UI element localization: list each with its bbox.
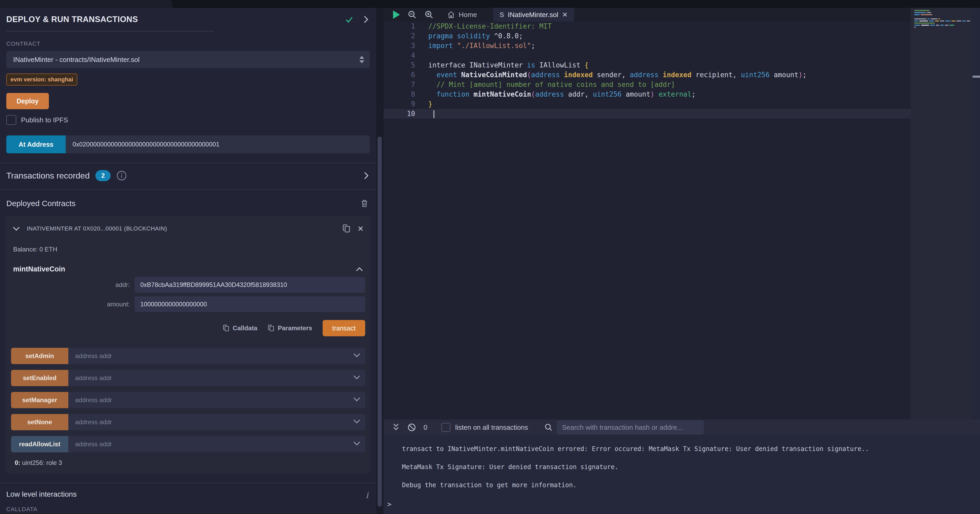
terminal-search-input[interactable] [557, 420, 703, 434]
minimap-line [914, 22, 970, 24]
parameters-link-label: Parameters [278, 324, 312, 332]
result-text: uint256: role 3 [20, 459, 62, 466]
code-line-9[interactable]: 9} [383, 99, 980, 109]
code-line-3[interactable]: 3import "./IAllowList.sol"; [383, 41, 980, 51]
line-number: 1 [383, 22, 423, 31]
line-content: // Mint [amount] number of native coins … [423, 81, 675, 89]
deployed-contract-card: INATIVEMINTER AT 0X020...00001 (BLOCKCHA… [5, 216, 371, 473]
contract-instance-title: INATIVEMINTER AT 0X020...00001 (BLOCKCHA… [27, 225, 336, 232]
transactions-expand-icon[interactable] [363, 172, 369, 179]
code-line-2[interactable]: 2pragma solidity ^0.8.0; [383, 31, 980, 41]
code-line-4[interactable]: 4 [383, 51, 980, 60]
transact-button[interactable]: transact [323, 320, 365, 336]
info-icon[interactable] [116, 170, 127, 181]
tab-close-icon[interactable]: ✕ [562, 11, 568, 19]
publish-to-ipfs-checkbox[interactable] [6, 115, 16, 125]
code-line-1[interactable]: 1//SPDX-License-Identifier: MIT [383, 22, 980, 31]
text-cursor [434, 110, 434, 118]
tab-home[interactable]: Home [443, 8, 481, 22]
line-content [423, 51, 428, 59]
listen-all-checkbox[interactable] [441, 423, 450, 432]
title-underline [6, 31, 214, 32]
expand-function-icon[interactable] [353, 374, 361, 380]
function-button-readAllowList[interactable]: readAllowList [11, 436, 68, 452]
code-line-10[interactable]: 10 [383, 109, 980, 119]
calldata-label: CALLDATA [6, 506, 370, 513]
function-name-mintnativecoin: mintNativeCoin [13, 265, 65, 273]
tab-home-label: Home [459, 11, 477, 19]
run-script-play-icon[interactable] [393, 11, 400, 19]
editor-minimap[interactable] [911, 8, 973, 419]
deploy-button[interactable]: Deploy [6, 93, 49, 109]
function-button-setAdmin[interactable]: setAdmin [11, 348, 68, 364]
terminal-collapse-icon[interactable] [392, 423, 400, 432]
minimap-line [914, 12, 970, 13]
result-index: 0: [15, 459, 20, 466]
function-input-setManager[interactable] [68, 392, 365, 408]
scrollbar-mark [973, 76, 980, 78]
function-arg-row: addr: [11, 277, 365, 293]
expand-function-icon[interactable] [353, 397, 361, 402]
terminal-log-line: Debug the transaction to get more inform… [402, 481, 980, 489]
minimap-line [914, 25, 970, 26]
line-content: import "./IAllowList.sol"; [423, 42, 535, 50]
line-content: //SPDX-License-Identifier: MIT [423, 22, 552, 30]
function-button-setManager[interactable]: setManager [11, 392, 68, 408]
pending-tx-count: 0 [423, 424, 427, 432]
contract-select[interactable]: INativeMinter - contracts/INativeMinter.… [6, 51, 370, 68]
code-line-6[interactable]: 6 event NativeCoinMinted(address indexed… [383, 70, 980, 80]
window-top-strip [0, 0, 980, 8]
function-input-readAllowList[interactable] [68, 436, 365, 452]
at-address-input[interactable] [66, 135, 370, 153]
expand-function-icon[interactable] [353, 419, 361, 424]
trash-icon[interactable] [361, 199, 368, 208]
code-line-7[interactable]: 7 // Mint [amount] number of native coin… [383, 80, 980, 89]
at-address-button[interactable]: At Address [6, 135, 66, 153]
arg-input-amount[interactable] [135, 297, 365, 312]
editor-region: Home S INativeMinter.sol ✕ 1//SPDX-Licen… [383, 8, 980, 419]
function-button-setEnabled[interactable]: setEnabled [11, 370, 68, 386]
tab-inativeminter[interactable]: S INativeMinter.sol ✕ [493, 8, 574, 22]
expand-function-icon[interactable] [353, 352, 361, 358]
line-number: 6 [383, 70, 423, 80]
line-number: 10 [383, 109, 423, 119]
minimap-line [914, 27, 970, 28]
function-input-setAdmin[interactable] [68, 348, 365, 364]
line-number: 2 [383, 31, 423, 41]
function-collapse-icon[interactable] [356, 267, 363, 272]
code-line-8[interactable]: 8 function mintNativeCoin(address addr, … [383, 89, 980, 99]
function-button-setNone[interactable]: setNone [11, 414, 68, 430]
function-row-setAdmin: setAdmin [11, 348, 365, 364]
function-input-setEnabled[interactable] [68, 370, 365, 386]
line-content: event NativeCoinMinted(address indexed s… [423, 71, 807, 79]
contract-close-icon[interactable]: ✕ [358, 224, 364, 233]
copy-parameters-button[interactable]: Parameters [268, 324, 312, 332]
info-icon[interactable]: i [366, 490, 368, 500]
editor-scrollbar[interactable] [973, 8, 980, 419]
transactions-recorded-row[interactable]: Transactions recorded 2 [0, 163, 376, 190]
line-number: 3 [383, 41, 423, 51]
panel-scrollbar-thumb[interactable] [377, 136, 382, 507]
deploy-run-panel: DEPLOY & RUN TRANSACTIONS CONTRACT INati… [0, 8, 376, 514]
line-content: interface INativeMinter is IAllowList { [423, 61, 589, 69]
clear-console-icon[interactable] [407, 423, 416, 432]
panel-title: DEPLOY & RUN TRANSACTIONS [6, 15, 138, 24]
zoom-in-icon[interactable] [425, 10, 434, 19]
line-number: 5 [383, 60, 423, 70]
code-editor[interactable]: 1//SPDX-License-Identifier: MIT2pragma s… [383, 22, 980, 419]
contract-collapse-icon[interactable] [13, 226, 20, 232]
copy-icon[interactable] [342, 224, 351, 233]
expand-function-icon[interactable] [353, 441, 361, 446]
copy-calldata-button[interactable]: Calldata [223, 324, 257, 332]
arg-input-addr[interactable] [135, 277, 365, 293]
function-input-setNone[interactable] [68, 414, 365, 430]
terminal-region: 0 listen on all transactions transact to… [383, 419, 980, 514]
code-line-5[interactable]: 5interface INativeMinter is IAllowList { [383, 60, 980, 70]
contract-label: CONTRACT [6, 40, 370, 47]
panel-forward-icon[interactable] [363, 16, 369, 23]
line-number: 4 [383, 51, 423, 60]
panel-scrollbar[interactable] [376, 8, 383, 514]
zoom-out-icon[interactable] [408, 10, 417, 19]
solidity-file-icon: S [500, 11, 504, 19]
terminal-prompt[interactable]: > [387, 500, 391, 508]
